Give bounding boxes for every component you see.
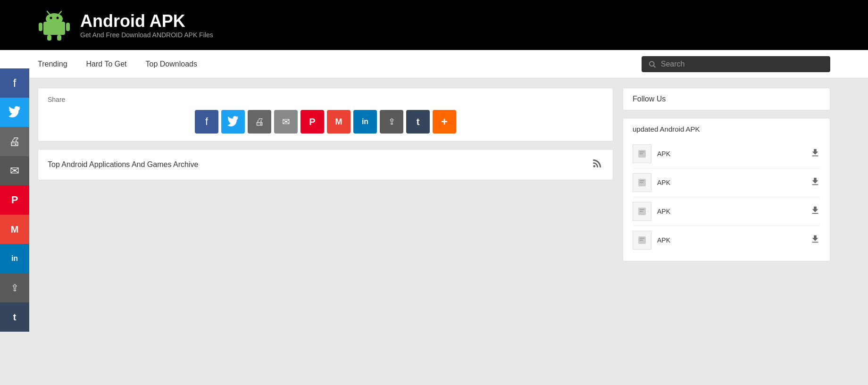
sidebar-pinterest-btn[interactable]: P (0, 185, 29, 215)
nav-hard-to-get[interactable]: Hard To Get (86, 51, 127, 77)
apk-name-1: APK (657, 150, 804, 158)
share-twitter-btn[interactable] (221, 110, 245, 134)
share-gmail-btn[interactable]: M (327, 110, 351, 134)
share-more-btn[interactable]: + (433, 110, 456, 134)
svg-rect-6 (39, 23, 42, 31)
share-facebook-btn[interactable]: f (195, 110, 218, 134)
sidebar-facebook-btn[interactable]: f (0, 68, 29, 98)
svg-line-11 (653, 66, 655, 67)
sidebar-left: f 🖨 ✉ P M in ⇪ t (0, 68, 29, 271)
apk-name-4: APK (657, 236, 804, 244)
svg-point-1 (46, 13, 63, 25)
download-icon-1[interactable] (810, 148, 820, 160)
apk-thumb-1 (633, 144, 651, 163)
search-box[interactable] (642, 56, 830, 72)
share-label: Share (48, 96, 603, 103)
archive-box: Top Android Applications And Games Archi… (38, 149, 613, 180)
apk-item-3: APK (633, 197, 820, 226)
apk-thumb-4 (633, 231, 651, 250)
svg-line-5 (59, 11, 61, 14)
share-icons: f 🖨 ✉ P M in ⇪ t + (48, 110, 603, 134)
share-share-btn[interactable]: ⇪ (380, 110, 403, 134)
follow-us-title: Follow Us (633, 95, 820, 103)
share-linkedin-btn[interactable]: in (353, 110, 377, 134)
nav-links: Trending Hard To Get Top Downloads (38, 51, 642, 77)
sidebar-email-btn[interactable]: ✉ (0, 156, 29, 185)
site-header: Android APK Get And Free Download ANDROI… (0, 0, 868, 50)
site-subtitle: Get And Free Download ANDROID APK Files (80, 31, 213, 39)
apk-thumb-2 (633, 173, 651, 192)
share-pinterest-btn[interactable]: P (300, 110, 324, 134)
share-box: Share f 🖨 ✉ P M in ⇪ t + (38, 88, 613, 142)
apk-item-2: APK (633, 168, 820, 197)
apk-item-1: APK (633, 140, 820, 168)
updated-section-title: updated Android APK (633, 125, 820, 133)
download-icon-2[interactable] (810, 176, 820, 189)
download-icon-3[interactable] (810, 205, 820, 218)
nav-trending[interactable]: Trending (38, 51, 67, 77)
svg-point-3 (57, 17, 59, 19)
apk-thumb-3 (633, 202, 651, 221)
rss-icon[interactable] (591, 157, 603, 172)
search-icon (648, 60, 656, 68)
logo-text: Android APK Get And Free Download ANDROI… (80, 11, 213, 39)
main-nav: Trending Hard To Get Top Downloads (0, 50, 868, 78)
sidebar-twitter-btn[interactable] (0, 98, 29, 127)
updated-apk-section: updated Android APK APK APK (623, 118, 830, 261)
site-title: Android APK (80, 11, 213, 31)
download-icon-4[interactable] (810, 234, 820, 247)
nav-top-downloads[interactable]: Top Downloads (146, 51, 197, 77)
svg-rect-7 (66, 23, 70, 31)
svg-rect-8 (47, 35, 51, 41)
apk-name-3: APK (657, 208, 804, 215)
main-content: Share f 🖨 ✉ P M in ⇪ t + Top Android App… (38, 88, 613, 261)
sidebar-print-btn[interactable]: 🖨 (0, 127, 29, 156)
svg-point-10 (650, 61, 654, 66)
svg-point-2 (50, 17, 52, 19)
search-input[interactable] (661, 60, 824, 68)
svg-rect-9 (57, 35, 61, 41)
archive-title: Top Android Applications And Games Archi… (48, 160, 198, 169)
share-email-btn[interactable]: ✉ (274, 110, 298, 134)
sidebar-right: Follow Us updated Android APK APK APK (623, 88, 830, 261)
svg-line-4 (47, 11, 50, 14)
share-tumblr-btn[interactable]: t (406, 110, 430, 134)
sidebar-linkedin-btn[interactable]: in (0, 244, 29, 271)
android-logo-icon (38, 8, 71, 42)
apk-name-2: APK (657, 179, 804, 186)
share-print-btn[interactable]: 🖨 (248, 110, 271, 134)
apk-item-4: APK (633, 226, 820, 254)
sidebar-gmail-btn[interactable]: M (0, 215, 29, 244)
follow-us-box: Follow Us (623, 88, 830, 110)
